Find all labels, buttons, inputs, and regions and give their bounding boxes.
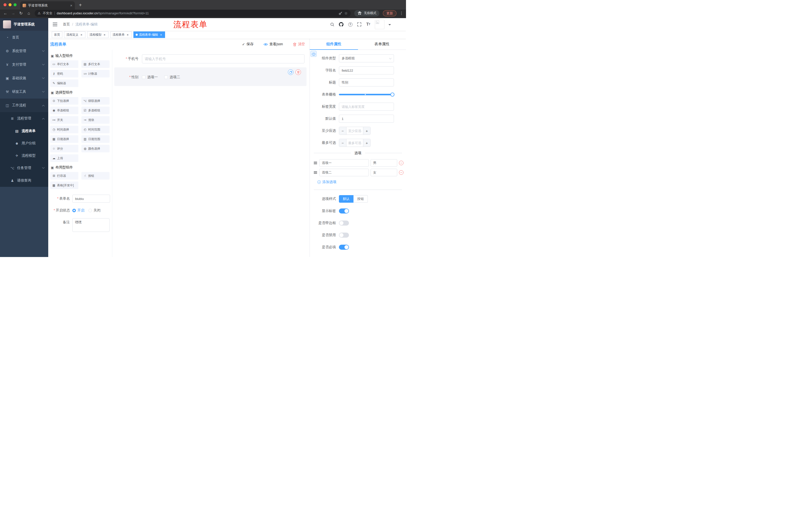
remark-textarea[interactable]: 嘿嘿 (72, 218, 110, 232)
tab-form-props[interactable]: 表单属性 (358, 39, 406, 50)
sidebar-item-dev-tools[interactable]: ⚒研发工具 (0, 85, 48, 99)
toggle-switch[interactable] (339, 220, 349, 225)
component-button[interactable]: ☝按钮 (81, 172, 110, 180)
component-cascader[interactable]: ⌥级联选择 (81, 97, 110, 105)
clear-button[interactable]: 清空 (293, 42, 305, 47)
back-button[interactable]: ← (2, 11, 9, 15)
toggle-switch[interactable] (339, 245, 349, 250)
sidebar-item-process-model[interactable]: ✈流程模型 (0, 150, 48, 162)
copy-component-button[interactable] (288, 70, 293, 75)
add-option-button[interactable]: 添加选项 (317, 180, 337, 184)
sidebar-item-payment[interactable]: ¥支付管理 (0, 58, 48, 72)
title-input[interactable] (339, 78, 394, 86)
fullscreen-icon[interactable] (357, 22, 362, 27)
decrease-button[interactable]: − (339, 139, 346, 146)
phone-field[interactable]: *手机号 (114, 54, 307, 64)
link-button[interactable] (311, 51, 317, 57)
component-type-select[interactable]: 多选框组 (339, 54, 394, 62)
new-tab-button[interactable]: + (79, 2, 82, 7)
gender-option-1[interactable]: 选项二 (164, 75, 180, 79)
update-button[interactable]: 更新 (383, 10, 397, 16)
component-time-picker[interactable]: ◷时间选择 (50, 126, 78, 133)
component-switch[interactable]: ⊶开关 (50, 116, 78, 124)
slider-handle[interactable] (390, 92, 395, 97)
password-key-icon[interactable] (339, 11, 343, 15)
home-button[interactable]: ⌂ (25, 11, 32, 15)
hamburger-icon[interactable] (53, 24, 57, 25)
component-single-line-text[interactable]: ▭单行文本 (50, 60, 78, 68)
tag-close-icon[interactable]: × (159, 33, 163, 36)
avatar[interactable] (375, 20, 384, 29)
browser-tab[interactable]: 芋道管理系统 × (20, 1, 75, 9)
tag-1[interactable]: 流程定义× (64, 31, 85, 38)
sidebar-item-dashboard[interactable]: ◔首页 (0, 31, 48, 44)
tab-close-icon[interactable]: × (70, 3, 72, 7)
tag-close-icon[interactable]: × (80, 33, 83, 36)
delete-component-button[interactable] (295, 70, 301, 75)
component-counter[interactable]: 123计数器 (81, 70, 110, 77)
tag-close-icon[interactable]: × (126, 33, 129, 36)
breadcrumb-home[interactable]: 首页 (63, 22, 70, 27)
field-name-input[interactable] (339, 66, 394, 75)
gender-option-0[interactable]: 选项一 (142, 75, 158, 79)
sidebar-item-user-group[interactable]: ☻用户分组 (0, 137, 48, 150)
app-logo[interactable]: 芋道管理系统 (0, 18, 48, 31)
component-multi-line-text[interactable]: ▤多行文本 (81, 60, 110, 68)
component-color-picker[interactable]: ◍颜色选择 (81, 145, 110, 153)
component-date-range[interactable]: ▥日期范围 (81, 135, 110, 143)
drag-handle-icon[interactable] (314, 172, 317, 173)
component-date-picker[interactable]: ▦日期选择 (50, 135, 78, 143)
view-json-button[interactable]: 查看json (264, 42, 283, 47)
forward-button[interactable]: → (10, 11, 17, 15)
option-value-input[interactable] (371, 159, 397, 167)
status-radio-1[interactable]: 关闭 (88, 208, 100, 213)
sidebar-item-system[interactable]: ⚙系统管理 (0, 44, 48, 58)
reload-button[interactable]: ↻ (18, 11, 24, 15)
component-checkbox-group[interactable]: ☑多选框组 (81, 107, 110, 114)
component-select[interactable]: ⊙下拉选择 (50, 97, 78, 105)
decrease-button[interactable]: − (339, 127, 346, 135)
toggle-switch[interactable] (339, 233, 349, 238)
bookmark-star-icon[interactable]: ☆ (344, 11, 348, 16)
sidebar-item-process-form[interactable]: ▤流程表单 (0, 125, 48, 137)
drag-handle-icon[interactable] (314, 163, 317, 163)
option-value-input[interactable] (371, 169, 397, 176)
option-style-button-0[interactable]: 默认 (339, 195, 353, 203)
window-zoom-button[interactable] (13, 3, 17, 6)
address-bar[interactable]: ⚠ 不安全 dashboard.yudao.iocoder.cn/bpm/man… (35, 10, 351, 17)
tag-close-icon[interactable]: × (103, 33, 106, 36)
component-table[interactable]: ▩表格[开发中] (50, 182, 78, 189)
component-time-range[interactable]: ◴时间范围 (81, 126, 110, 133)
option-label-input[interactable] (319, 159, 369, 167)
remove-option-button[interactable]: − (399, 161, 404, 165)
increase-button[interactable]: + (363, 127, 370, 135)
label-width-input[interactable] (339, 103, 394, 111)
component-upload[interactable]: ☁上传 (50, 154, 78, 162)
sidebar-item-process-manage[interactable]: ≣流程管理 (0, 112, 48, 125)
window-close-button[interactable] (3, 3, 6, 6)
max-select-input[interactable] (346, 139, 363, 146)
tag-0[interactable]: 首页 (52, 31, 62, 38)
github-icon[interactable] (339, 22, 344, 27)
toggle-switch[interactable] (339, 209, 349, 214)
tag-2[interactable]: 流程模型× (87, 31, 109, 38)
gender-field-selected[interactable]: *性别 选项一选项二 (114, 67, 307, 86)
sidebar-item-workflow[interactable]: ◫工作流程 (0, 99, 48, 112)
window-minimize-button[interactable] (8, 3, 11, 6)
component-rate[interactable]: ☆评分 (50, 145, 78, 153)
search-icon[interactable] (330, 22, 335, 27)
font-size-icon[interactable]: TT (366, 22, 371, 27)
tag-4[interactable]: 流程表单-编辑× (134, 31, 165, 38)
default-value-input[interactable] (339, 115, 394, 123)
min-select-input[interactable] (346, 127, 363, 135)
help-icon[interactable]: ? (348, 22, 353, 27)
sidebar-item-infrastructure[interactable]: ▣基础设施 (0, 72, 48, 85)
increase-button[interactable]: + (363, 139, 370, 146)
tag-3[interactable]: 流程表单× (110, 31, 132, 38)
option-style-button-1[interactable]: 按钮 (353, 195, 368, 203)
sidebar-item-leave-query[interactable]: ♟请假查询 (0, 174, 48, 187)
grid-slider[interactable] (339, 90, 394, 99)
tab-component-props[interactable]: 组件属性 (310, 39, 358, 50)
status-radio-0[interactable]: 开启 (72, 208, 84, 213)
component-row-container[interactable]: ⊞行容器 (50, 172, 78, 180)
